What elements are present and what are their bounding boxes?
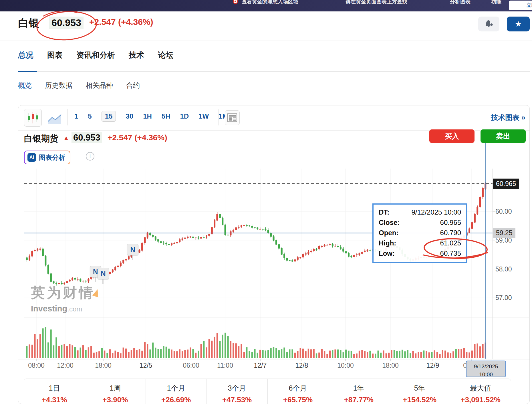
perf-label: 1周 <box>85 383 146 393</box>
interval-5[interactable]: 5 <box>88 112 92 120</box>
time-tick-18:00: 18:00 <box>382 362 399 369</box>
buy-button[interactable]: 买入 <box>429 129 475 143</box>
perf-value: +3,091.52% <box>450 395 511 404</box>
time-tick-12:00: 12:00 <box>57 362 74 369</box>
tab-技术[interactable]: 技术 <box>129 50 144 60</box>
ai-chart-analysis-button[interactable]: AI 图表分析 <box>24 151 70 164</box>
info-icon[interactable]: i <box>86 152 94 161</box>
perf-value: +4.31% <box>24 395 85 404</box>
interval-1W[interactable]: 1W <box>198 112 209 120</box>
perf-value: +47.53% <box>207 395 267 404</box>
perf-label: 1年 <box>328 383 389 393</box>
news-marker[interactable]: N <box>127 244 138 255</box>
perf-cell-1周[interactable]: 1周+3.90% <box>85 379 146 404</box>
tab-图表[interactable]: 图表 <box>47 50 63 60</box>
technical-chart-link[interactable]: 技术图表 » <box>491 113 525 122</box>
time-tick-12/8: 12/8 <box>295 362 308 369</box>
time-tick-10:00: 10:00 <box>337 362 354 369</box>
interval-15[interactable]: 15 <box>102 111 116 122</box>
page: 查看黄金的理想入场区域 请在黄金页面图表上方查找 分析图表 功能 立即解锁 白银… <box>0 0 532 404</box>
page-title: 白银 <box>18 16 39 30</box>
nav-item-analyze-chart[interactable]: 分析图表 <box>450 0 471 5</box>
perf-label: 6个月 <box>268 383 328 393</box>
area-chart-icon <box>47 112 62 124</box>
newspaper-icon <box>227 113 237 122</box>
toolbar-separator <box>68 109 68 125</box>
tooltip-label: High: <box>379 239 396 247</box>
perf-label: 最大值 <box>450 383 511 393</box>
perf-cell-1年[interactable]: 1年+87.77% <box>328 379 389 404</box>
crosshair-date-label: 9/12/2025 10:00 <box>466 361 506 377</box>
tab-资讯和分析[interactable]: 资讯和分析 <box>76 50 115 60</box>
perf-cell-最大值[interactable]: 最大值+3,091.52% <box>450 379 511 404</box>
chevron-right-icon: » <box>521 113 525 121</box>
alert-button[interactable] <box>478 17 499 31</box>
perf-label: 3个月 <box>207 383 267 393</box>
perf-cell-5年[interactable]: 5年+154.52% <box>389 379 450 404</box>
active-tab-indicator <box>18 71 37 72</box>
tooltip-label: DT: <box>379 208 389 216</box>
bell-plus-icon <box>484 19 494 29</box>
price-tick-60.00: 60.00 <box>495 208 512 215</box>
crosshair-price-tag: 59.25 <box>493 228 515 238</box>
news-overlay-button[interactable] <box>225 110 240 125</box>
time-tick-08:00: 08:00 <box>28 362 45 369</box>
time-tick-12/7: 12/7 <box>254 362 267 369</box>
time-tick-12/5: 12/5 <box>140 362 152 369</box>
top-nav-bar: 查看黄金的理想入场区域 请在黄金页面图表上方查找 分析图表 功能 立即解锁 <box>0 0 532 11</box>
target-icon <box>233 0 238 4</box>
perf-label: 5年 <box>389 383 450 393</box>
tooltip-row-DT: DT:9/12/2025 10:00 <box>379 208 461 216</box>
watchlist-button[interactable]: ★ <box>507 17 530 31</box>
star-icon: ★ <box>515 19 522 29</box>
tooltip-value: 60.735 <box>440 249 461 257</box>
perf-label: 1个月 <box>146 383 207 393</box>
line-chart-type-button[interactable] <box>47 112 62 124</box>
tooltip-value: 60.790 <box>440 229 461 237</box>
perf-cell-1个月[interactable]: 1个月+26.69% <box>146 379 207 404</box>
interval-30[interactable]: 30 <box>126 112 133 120</box>
perf-label: 1日 <box>24 383 85 393</box>
subnav-相关品种[interactable]: 相关品种 <box>86 81 113 90</box>
hand-drawn-circle-price-overstroke <box>43 11 77 16</box>
perf-cell-1日[interactable]: 1日+4.31% <box>24 379 85 404</box>
performance-strip: 1日+4.31%1周+3.90%1个月+26.69%3个月+47.53%6个月+… <box>24 379 511 404</box>
ai-icon: AI <box>27 153 36 162</box>
ohlc-tooltip: DT:9/12/2025 10:00Close:60.965Open:60.79… <box>372 203 467 263</box>
price-tick-58.00: 58.00 <box>495 265 512 273</box>
up-arrow-icon: ▲ <box>63 134 70 142</box>
tooltip-row-Low: Low:60.735 <box>379 249 461 257</box>
perf-cell-3个月[interactable]: 3个月+47.53% <box>207 379 268 404</box>
tooltip-value: 60.965 <box>440 219 461 227</box>
subnav-合约[interactable]: 合约 <box>126 81 140 90</box>
tooltip-value: 9/12/2025 10:00 <box>412 208 461 216</box>
tab-总况[interactable]: 总况 <box>18 50 33 60</box>
subnav-概览[interactable]: 概览 <box>18 81 32 90</box>
unlock-button[interactable]: 立即解锁 <box>509 1 532 10</box>
candlestick-type-button[interactable] <box>24 109 42 127</box>
candlestick-icon <box>27 111 39 125</box>
watermark-cn: 英为财情 <box>31 283 95 302</box>
time-tick-12/9: 12/9 <box>426 362 439 369</box>
tooltip-label: Low: <box>379 249 395 257</box>
last-price-tag: 60.965 <box>493 179 519 189</box>
nav-item-features[interactable]: 功能 <box>491 0 501 5</box>
header-price: 60.953 <box>49 17 84 29</box>
perf-value: +65.75% <box>268 395 328 404</box>
subnav-历史数据[interactable]: 历史数据 <box>45 81 72 90</box>
instrument-name: 白银期货 <box>24 133 58 145</box>
tab-论坛[interactable]: 论坛 <box>158 50 173 60</box>
sub-nav: 概览历史数据相关品种合约 <box>18 81 140 90</box>
tooltip-label: Close: <box>379 219 400 227</box>
tooltip-value: 61.025 <box>440 239 461 247</box>
sell-button[interactable]: 卖出 <box>481 129 526 143</box>
header-divider <box>0 41 532 41</box>
interval-1[interactable]: 1 <box>74 112 78 120</box>
interval-5H[interactable]: 5H <box>162 112 170 120</box>
news-marker[interactable]: N <box>98 268 109 279</box>
interval-1H[interactable]: 1H <box>143 112 152 120</box>
perf-cell-6个月[interactable]: 6个月+65.75% <box>268 379 329 404</box>
interval-1D[interactable]: 1D <box>180 112 189 120</box>
main-tabs: 总况图表资讯和分析技术论坛 <box>18 50 173 60</box>
tooltip-label: Open: <box>379 229 398 237</box>
